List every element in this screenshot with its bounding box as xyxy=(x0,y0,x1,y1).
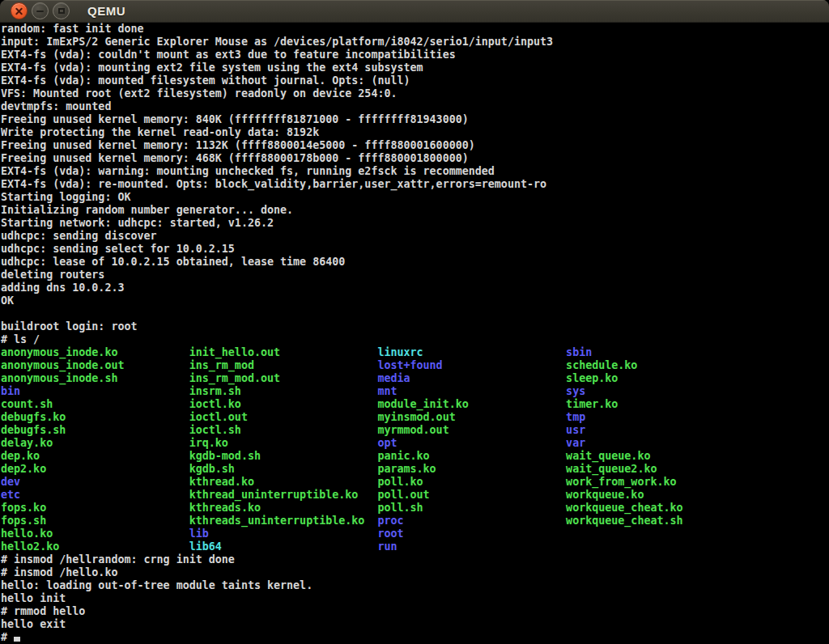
terminal-text: buildroot login: root xyxy=(1,320,138,333)
terminal-line: input: ImExPS/2 Generic Explorer Mouse a… xyxy=(1,36,829,49)
ls-entry: root xyxy=(377,527,403,540)
terminal-line: debugfs.sh ioctl.sh myrmmod.out usr xyxy=(1,424,829,437)
minimize-icon xyxy=(36,11,44,12)
terminal-text: Starting network: udhcpc: started, v1.26… xyxy=(1,217,274,229)
terminal-line: Starting logging: OK xyxy=(1,191,829,204)
terminal-line: dep.ko kgdb-mod.sh panic.ko wait_queue.k… xyxy=(1,450,829,463)
ls-entry: irq.ko xyxy=(189,437,378,449)
ls-entry: dep2.ko xyxy=(1,463,189,475)
ls-entry: mnt xyxy=(377,385,566,397)
terminal-line: # rmmod hello xyxy=(1,605,829,618)
ls-entry: init_hello.out xyxy=(189,346,378,358)
terminal-text: deleting routers xyxy=(1,269,104,281)
ls-entry: poll.sh xyxy=(377,502,566,514)
ls-entry: anonymous_inode.sh xyxy=(1,372,189,384)
ls-entry: kgdb-mod.sh xyxy=(189,450,378,462)
terminal-line: Initializing random number generator... … xyxy=(1,204,829,217)
ls-entry: delay.ko xyxy=(1,437,189,449)
maximize-button[interactable] xyxy=(53,2,70,19)
terminal-text: EXT4-fs (vda): couldn't mount as ext3 du… xyxy=(1,49,456,61)
terminal-line: # ls / xyxy=(1,333,829,346)
ls-entry: kthread_uninterruptible.ko xyxy=(189,489,378,501)
ls-entry: lib64 xyxy=(189,540,378,553)
ls-entry: params.ko xyxy=(377,463,566,475)
ls-entry: panic.ko xyxy=(377,450,566,462)
ls-entry: schedule.ko xyxy=(566,359,637,371)
text-cursor xyxy=(14,637,20,642)
terminal-text: input: ImExPS/2 Generic Explorer Mouse a… xyxy=(1,36,553,48)
ls-entry: debugfs.sh xyxy=(1,424,189,436)
terminal-line: udhcpc: sending discover xyxy=(1,230,829,243)
ls-entry: hello.ko xyxy=(1,527,189,540)
ls-entry: usr xyxy=(566,424,585,436)
qemu-window: QEMU random: fast init doneinput: ImExPS… xyxy=(0,0,829,644)
terminal-text: hello: loading out-of-tree module taints… xyxy=(1,579,312,591)
ls-entry: hello2.ko xyxy=(1,540,189,553)
terminal-text: udhcpc: lease of 10.0.2.15 obtained, lea… xyxy=(1,256,345,268)
terminal-line: etc kthread_uninterruptible.ko poll.out … xyxy=(1,489,829,502)
terminal-line: EXT4-fs (vda): warning: mounting uncheck… xyxy=(1,165,829,178)
ls-entry: proc xyxy=(377,515,566,527)
ls-entry: wait_queue2.ko xyxy=(566,463,657,475)
terminal-text: udhcpc: sending select for 10.0.2.15 xyxy=(1,243,235,255)
ls-entry: ioctl.sh xyxy=(189,424,378,436)
ls-entry: run xyxy=(377,540,397,553)
terminal-line: udhcpc: sending select for 10.0.2.15 xyxy=(1,243,829,256)
ls-entry: lib xyxy=(189,527,378,540)
terminal-line: bin insrm.sh mnt sys xyxy=(1,385,829,398)
terminal-text: random: fast init done xyxy=(1,23,144,35)
terminal-text: # insmod /hellrandom: crng init done xyxy=(1,553,235,566)
ls-entry: workqueue_cheat.ko xyxy=(566,502,682,514)
ls-entry: debugfs.ko xyxy=(1,411,189,423)
ls-entry: kthread.ko xyxy=(189,476,378,488)
close-icon xyxy=(15,7,23,15)
terminal-line: hello.ko lib root xyxy=(1,527,829,540)
terminal-line: # insmod /hellrandom: crng init done xyxy=(1,553,829,566)
ls-entry: insrm.sh xyxy=(189,385,378,397)
terminal-line: fops.ko kthreads.ko poll.sh workqueue_ch… xyxy=(1,502,829,515)
terminal-line: fops.sh kthreads_uninterruptible.ko proc… xyxy=(1,515,829,527)
ls-entry: kthreads.ko xyxy=(189,502,378,514)
terminal-line: Freeing unused kernel memory: 468K (ffff… xyxy=(1,152,829,165)
terminal-line: Starting network: udhcpc: started, v1.26… xyxy=(1,217,829,230)
terminal-line: anonymous_inode.out ins_rm_mod lost+foun… xyxy=(1,359,829,372)
terminal-line: # insmod /hello.ko xyxy=(1,566,829,579)
terminal-screen[interactable]: random: fast init doneinput: ImExPS/2 Ge… xyxy=(0,23,829,644)
terminal-line xyxy=(1,307,829,320)
ls-entry: anonymous_inode.ko xyxy=(1,346,189,358)
terminal-text: # rmmod hello xyxy=(1,605,85,617)
terminal-line: hello: loading out-of-tree module taints… xyxy=(1,579,829,592)
window-titlebar[interactable]: QEMU xyxy=(0,0,829,23)
ls-entry: count.sh xyxy=(1,398,189,410)
ls-entry: bin xyxy=(1,385,189,397)
terminal-line: EXT4-fs (vda): mounted filesystem withou… xyxy=(1,74,829,87)
terminal-line: EXT4-fs (vda): re-mounted. Opts: block_v… xyxy=(1,178,829,191)
terminal-line: adding dns 10.0.2.3 xyxy=(1,282,829,294)
ls-entry: sys xyxy=(566,385,585,397)
terminal-line: buildroot login: root xyxy=(1,320,829,333)
minimize-button[interactable] xyxy=(32,2,49,19)
close-button[interactable] xyxy=(11,2,28,19)
ls-entry: fops.sh xyxy=(1,515,189,527)
ls-entry: dev xyxy=(1,476,189,488)
terminal-text: Starting logging: OK xyxy=(1,191,130,203)
terminal-line: VFS: Mounted root (ext2 filesystem) read… xyxy=(1,87,829,100)
terminal-text: devtmpfs: mounted xyxy=(1,100,111,112)
terminal-line: udhcpc: lease of 10.0.2.15 obtained, lea… xyxy=(1,256,829,269)
ls-entry: anonymous_inode.out xyxy=(1,359,189,371)
terminal-line: OK xyxy=(1,294,829,307)
terminal-line: anonymous_inode.ko init_hello.out linuxr… xyxy=(1,346,829,359)
ls-entry: media xyxy=(377,372,566,384)
terminal-line: # xyxy=(1,631,829,644)
ls-entry: wait_queue.ko xyxy=(566,450,650,462)
ls-entry: poll.ko xyxy=(377,476,566,488)
terminal-text: EXT4-fs (vda): mounted filesystem withou… xyxy=(1,74,410,87)
terminal-line: EXT4-fs (vda): couldn't mount as ext3 du… xyxy=(1,49,829,61)
terminal-text: # insmod /hello.ko xyxy=(1,566,117,578)
ls-entry: myinsmod.out xyxy=(377,411,566,423)
terminal-line: Write protecting the kernel read-only da… xyxy=(1,126,829,139)
ls-entry: etc xyxy=(1,489,189,501)
ls-entry: module_init.ko xyxy=(377,398,566,410)
terminal-text: udhcpc: sending discover xyxy=(1,230,157,242)
terminal-text: hello exit xyxy=(1,618,66,630)
